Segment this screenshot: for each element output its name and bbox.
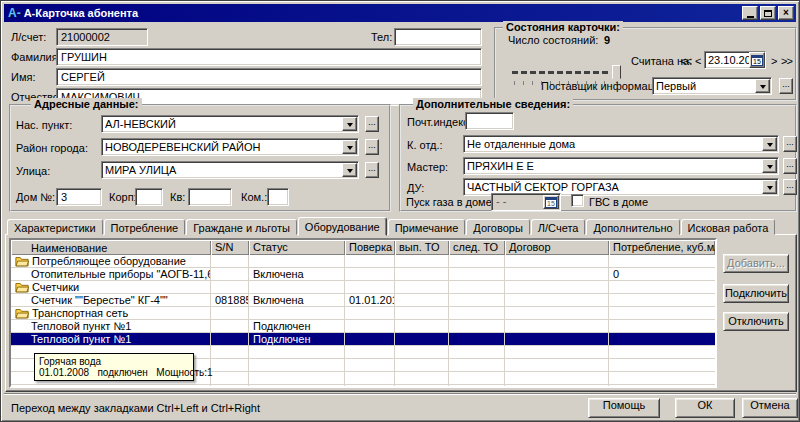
row-sn [211,372,249,385]
cancel-button[interactable]: Отмена [742,398,798,418]
tab-iskovaya-rabota[interactable]: Исковая работа [681,219,776,235]
row-status: Включена [249,294,345,307]
row-sn [211,320,249,333]
apartment-label: Кв: [170,191,185,203]
street-more-button[interactable]: ... [365,162,379,178]
table-row[interactable]: Потребляющее оборудование [11,255,715,268]
account-field[interactable] [56,28,148,46]
column-header-poverka[interactable]: Поверка [345,240,395,255]
chevron-down-icon[interactable] [342,140,357,154]
tab-grazhdane-i-lgoty[interactable]: Граждане и льготы [186,219,297,235]
gas-start-date-field[interactable]: - - 15 [491,193,561,211]
row-vyp-to [395,307,449,320]
provider-more-button[interactable]: ... [779,78,793,94]
chevron-down-icon[interactable] [762,137,777,151]
disconnect-button[interactable]: Отключить [723,312,789,331]
row-status: Включена [249,268,345,281]
room-field[interactable] [267,188,289,206]
date-next-arrow[interactable]: > [771,55,776,67]
connect-button[interactable]: Подключить [723,284,789,303]
kotd-label: К. отд.: [407,139,443,151]
chevron-down-icon[interactable] [342,117,357,131]
row-potreblenie [609,281,715,294]
date-first-arrow[interactable]: << [680,55,691,67]
lastname-field[interactable] [56,48,482,66]
column-header-potreblenie[interactable]: Потребление, куб.м/ч [609,240,715,255]
gas-start-label: Пуск газа в доме: [406,196,495,208]
minimize-button[interactable] [742,6,758,20]
maximize-button[interactable] [760,6,776,20]
close-button[interactable]: × [778,6,794,20]
kotd-more-button[interactable]: ... [783,136,797,152]
chevron-down-icon[interactable] [755,79,770,93]
table-row[interactable]: Счетчики [11,281,715,294]
row-poverka [345,333,395,346]
row-dogovor [505,346,609,359]
district-more-button[interactable]: ... [365,139,379,155]
calendar-icon[interactable]: 15 [543,195,559,209]
gvs-checkbox[interactable] [571,194,584,207]
row-potreblenie [609,333,715,346]
apartment-field[interactable] [188,188,232,206]
street-combo[interactable]: МИРА УЛИЦА [101,161,359,179]
chevron-down-icon[interactable] [762,159,777,173]
column-header-sn[interactable]: S/N [211,240,249,255]
titlebar[interactable]: А- А-Карточка абонента × [4,4,796,22]
help-button[interactable]: Помощь [588,398,660,418]
calendar-icon[interactable]: 15 [749,52,765,68]
tab-primechanie[interactable]: Примечание [388,219,466,235]
row-poverka [345,255,395,268]
kotd-combo[interactable]: Не отдаленные дома [463,135,779,153]
table-row[interactable]: Счетчик ""Берестье" КГ-4"" 081885 Включе… [11,294,715,307]
row-sn: 081885 [211,294,249,307]
date-prev-arrow[interactable]: < [695,55,700,67]
row-sn [211,359,249,372]
chevron-down-icon[interactable] [342,163,357,177]
ok-button[interactable]: ОК [675,398,735,418]
firstname-label: Имя: [11,71,35,83]
close-icon: × [783,8,789,18]
phone-field[interactable] [394,28,482,46]
add-button[interactable]: Добавить... [723,254,789,273]
table-row[interactable]: Тепловой пункт №1 Подключен [11,320,715,333]
tab-dopolnitelno[interactable]: Дополнительно [586,219,679,235]
column-header-vyp-to[interactable]: вып. ТО [395,240,449,255]
tab-oborudovanie[interactable]: Оборудование [298,217,387,236]
master-value: ПРЯХИН Е Е [467,160,760,172]
building-field[interactable] [135,188,163,206]
settlement-combo[interactable]: АЛ-НЕВСКИЙ [101,115,359,133]
master-combo[interactable]: ПРЯХИН Е Е [463,157,779,175]
table-row[interactable] [11,385,715,388]
row-status [249,281,345,294]
tab-dogovory[interactable]: Договоры [466,219,529,235]
column-header-status[interactable]: Статус [249,240,345,255]
tab-kharakteristiki[interactable]: Характеристики [7,219,103,235]
row-sled-to [449,320,505,333]
tab-l-scheta[interactable]: Л/Счета [531,219,586,235]
row-vyp-to [395,359,449,372]
firstname-field[interactable] [56,68,482,86]
date-last-arrow[interactable]: >> [781,55,792,67]
table-row[interactable]: Отопительные приборы "АОГВ-11,6-1" Включ… [11,268,715,281]
row-poverka [345,268,395,281]
row-poverka [345,307,395,320]
district-combo[interactable]: НОВОДЕРЕВЕНСКИЙ РАЙОН [101,138,359,156]
chevron-down-icon[interactable] [762,180,777,194]
row-dogovor [505,333,609,346]
app-icon: А- [8,6,21,20]
row-dogovor [505,359,609,372]
du-label: ДУ: [407,182,424,194]
column-header-name[interactable]: Наименование [11,240,211,255]
du-more-button[interactable]: ... [783,179,797,195]
table-row[interactable]: Транспортная сеть [11,307,715,320]
postcode-field[interactable] [465,112,514,130]
provider-combo[interactable]: Первый [652,77,772,95]
house-field[interactable] [56,188,102,206]
settlement-more-button[interactable]: ... [365,116,379,132]
column-header-dogovor[interactable]: Договор [505,240,609,255]
column-header-sled-to[interactable]: след. ТО [449,240,505,255]
tab-potreblenie[interactable]: Потребление [104,219,186,235]
table-row[interactable]: Тепловой пункт №1 Подключен [11,333,715,346]
master-more-button[interactable]: ... [783,158,797,174]
slider-track [512,71,611,74]
